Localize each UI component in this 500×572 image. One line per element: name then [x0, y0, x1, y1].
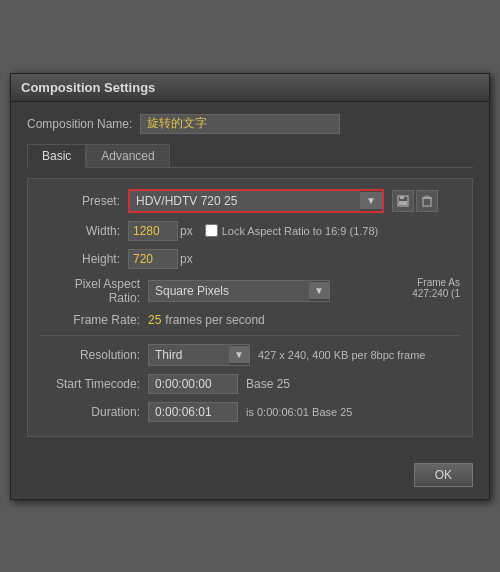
comp-name-row: Composition Name:: [27, 114, 473, 134]
duration-input[interactable]: [148, 402, 238, 422]
divider: [40, 335, 460, 336]
svg-rect-3: [423, 198, 431, 206]
frame-rate-label: Frame Rate:: [40, 313, 140, 327]
duration-row: Duration: is 0:00:06:01 Base 25: [40, 402, 460, 422]
par-select-wrap: Square Pixels ▼: [148, 280, 330, 302]
tabs-container: Basic Advanced: [27, 144, 473, 168]
resolution-label: Resolution:: [40, 348, 140, 362]
resolution-select[interactable]: Full Half Third Quarter Custom: [149, 345, 229, 365]
preset-select-wrap: HDV/HDTV 720 25 ▼: [128, 189, 384, 213]
lock-aspect-checkbox[interactable]: [205, 224, 218, 237]
preset-select[interactable]: HDV/HDTV 720 25: [130, 191, 360, 211]
resolution-note: 427 x 240, 400 KB per 8bpc frame: [258, 349, 426, 361]
svg-rect-2: [399, 201, 407, 205]
lock-aspect-label: Lock Aspect Ratio to 16:9 (1.78): [222, 225, 379, 237]
tab-advanced[interactable]: Advanced: [86, 144, 169, 167]
par-dropdown-arrow[interactable]: ▼: [309, 282, 329, 299]
frame-rate-unit: frames per second: [165, 313, 264, 327]
comp-name-label: Composition Name:: [27, 117, 132, 131]
comp-name-input[interactable]: [140, 114, 340, 134]
resolution-dropdown-arrow[interactable]: ▼: [229, 346, 249, 363]
duration-label: Duration:: [40, 405, 140, 419]
height-input[interactable]: [128, 249, 178, 269]
preset-label: Preset:: [40, 194, 120, 208]
preset-delete-icon[interactable]: [416, 190, 438, 212]
duration-note: is 0:00:06:01 Base 25: [246, 406, 352, 418]
resolution-select-wrap: Full Half Third Quarter Custom ▼: [148, 344, 250, 366]
frame-as-note: Frame As 427:240 (1: [412, 277, 460, 299]
height-unit: px: [180, 252, 193, 266]
pixel-aspect-ratio-row: Pixel Aspect Ratio: Square Pixels ▼ Fram…: [40, 277, 460, 305]
height-label: Height:: [40, 252, 120, 266]
height-row: Height: px: [40, 249, 460, 269]
tab-basic[interactable]: Basic: [27, 144, 86, 168]
dialog-title: Composition Settings: [11, 74, 489, 102]
width-label: Width:: [40, 224, 120, 238]
dialog-footer: OK: [11, 453, 489, 499]
form-section: Preset: HDV/HDTV 720 25 ▼: [27, 178, 473, 437]
frame-rate-value: 25: [148, 313, 161, 327]
width-input[interactable]: [128, 221, 178, 241]
preset-save-icon[interactable]: [392, 190, 414, 212]
start-timecode-base: Base 25: [246, 377, 290, 391]
preset-dropdown-arrow[interactable]: ▼: [360, 192, 382, 209]
start-timecode-row: Start Timecode: Base 25: [40, 374, 460, 394]
preset-icons: [390, 190, 438, 212]
width-unit: px: [180, 224, 193, 238]
preset-row: Preset: HDV/HDTV 720 25 ▼: [40, 189, 460, 213]
par-select[interactable]: Square Pixels: [149, 281, 309, 301]
svg-rect-1: [400, 196, 404, 199]
composition-settings-dialog: Composition Settings Composition Name: B…: [10, 73, 490, 500]
par-label: Pixel Aspect Ratio:: [40, 277, 140, 305]
lock-aspect-wrap: Lock Aspect Ratio to 16:9 (1.78): [205, 224, 379, 237]
width-row: Width: px Lock Aspect Ratio to 16:9 (1.7…: [40, 221, 460, 241]
ok-button[interactable]: OK: [414, 463, 473, 487]
start-timecode-input[interactable]: [148, 374, 238, 394]
resolution-row: Resolution: Full Half Third Quarter Cust…: [40, 344, 460, 366]
frame-rate-row: Frame Rate: 25 frames per second: [40, 313, 460, 327]
start-timecode-label: Start Timecode:: [40, 377, 140, 391]
